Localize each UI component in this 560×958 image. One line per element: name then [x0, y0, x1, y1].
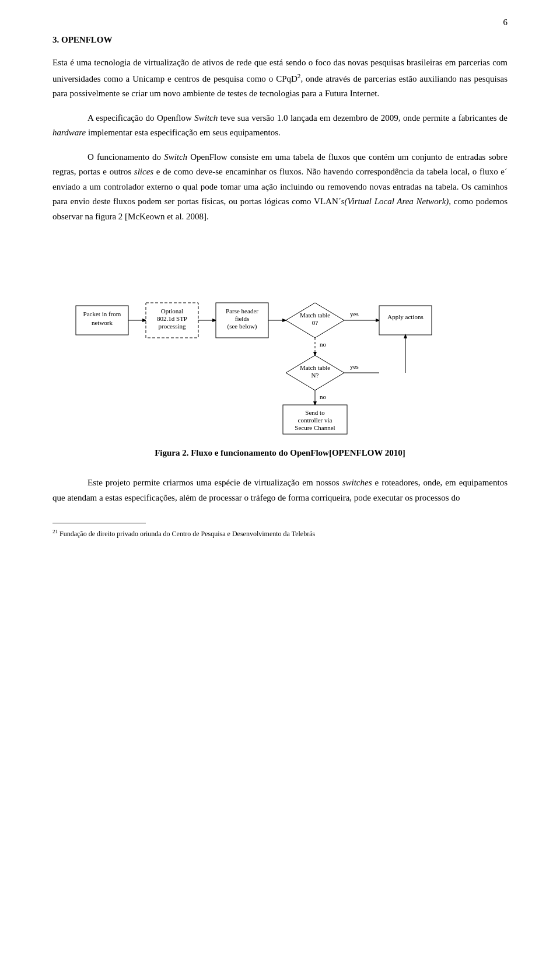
footnote-text: Fundação de direito privado oriunda do C…	[60, 530, 315, 538]
svg-text:(see below): (see below)	[227, 323, 257, 330]
paragraph-2: A especificação do Openflow Switch teve …	[52, 111, 508, 141]
p2-cont: teve sua versão 1.0 lançada em dezembro …	[218, 113, 508, 123]
page: 6 3. OPENFLOW Esta é uma tecnologia de v…	[0, 0, 560, 958]
svg-text:no: no	[320, 393, 327, 400]
paragraph-4: Este projeto permite criarmos uma espéci…	[52, 475, 508, 505]
svg-text:N?: N?	[312, 372, 319, 379]
svg-text:Secure Channel: Secure Channel	[295, 424, 335, 431]
page-number: 6	[503, 18, 508, 27]
svg-text:Apply actions: Apply actions	[387, 313, 423, 320]
figure-caption-text: Figura 2. Fluxo e funcionamento do OpenF…	[155, 448, 405, 457]
paragraph-1: Esta é uma tecnologia de virtualização d…	[52, 55, 508, 102]
figure-caption: Figura 2. Fluxo e funcionamento do OpenF…	[52, 448, 508, 458]
svg-text:Optional: Optional	[161, 307, 184, 314]
svg-text:Parse header: Parse header	[226, 307, 258, 314]
svg-text:controller via: controller via	[298, 417, 332, 424]
p4-text: Este projeto permite criarmos uma espéci…	[88, 478, 342, 487]
p2-italic: Switch	[194, 113, 218, 123]
svg-text:processing: processing	[158, 323, 186, 330]
footnote-divider	[52, 523, 146, 523]
footnote: 21 Fundação de direito privado oriunda d…	[52, 528, 508, 539]
svg-text:yes: yes	[350, 363, 359, 370]
svg-text:0?: 0?	[312, 319, 318, 326]
section-heading: 3. OPENFLOW	[52, 35, 508, 45]
p3-italic3: (Virtual Local Area Network),	[345, 197, 452, 206]
p3-italic2: slices	[134, 167, 153, 176]
p4-italic: switches	[342, 478, 372, 487]
flowchart-diagram: Packet in from network Optional 802.1d S…	[70, 242, 490, 442]
svg-text:Match table: Match table	[300, 364, 330, 371]
svg-text:Send to: Send to	[305, 409, 325, 416]
p3-start: O funcionamento do	[88, 152, 164, 162]
p2-text: A especificação do Openflow	[88, 113, 194, 123]
footnote-sup2: 1	[55, 529, 58, 534]
svg-text:Match table: Match table	[300, 312, 330, 319]
svg-text:Packet in from: Packet in from	[83, 310, 121, 317]
svg-text:fields: fields	[235, 315, 249, 322]
p2-cont2: implementar esta especificação em seus e…	[86, 128, 281, 137]
svg-text:802.1d STP: 802.1d STP	[157, 315, 187, 322]
svg-text:network: network	[92, 319, 113, 326]
svg-text:no: no	[320, 341, 327, 348]
p3-italic: Switch	[164, 152, 187, 162]
figure-2: Packet in from network Optional 802.1d S…	[52, 242, 508, 458]
p2-italic2: hardware	[52, 128, 86, 137]
svg-text:yes: yes	[350, 310, 359, 317]
paragraph-3: O funcionamento do Switch OpenFlow consi…	[52, 150, 508, 225]
svg-rect-19	[379, 306, 432, 335]
